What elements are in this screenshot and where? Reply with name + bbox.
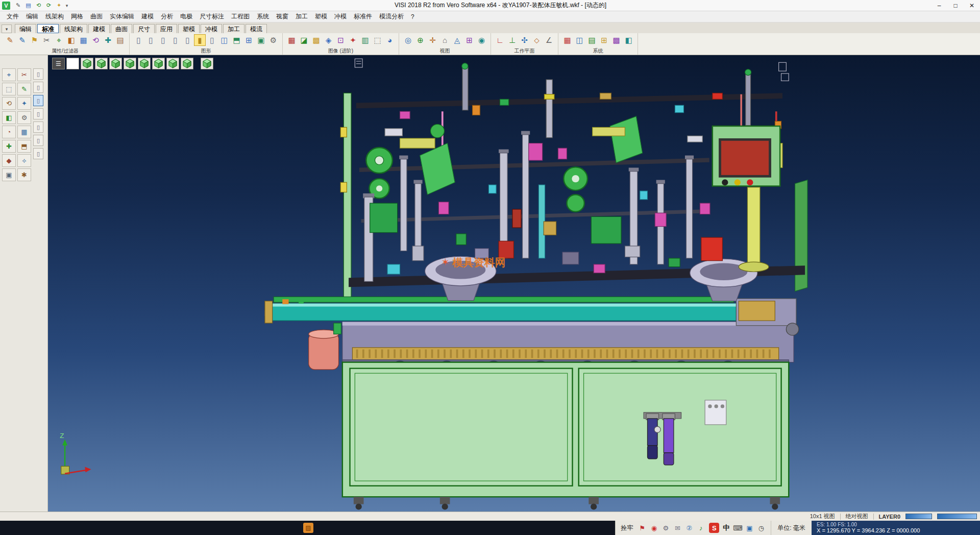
taskbar-app-icon[interactable]: ▨ (303, 523, 313, 533)
toolbar-button[interactable]: ⊞ (463, 34, 475, 46)
toolbar-button[interactable]: ▯ (133, 34, 144, 46)
toolbar-button[interactable]: ∠ (543, 34, 555, 46)
menu-item[interactable]: 编辑 (22, 11, 42, 22)
sidebar-tool-button[interactable]: ✎ (17, 83, 31, 95)
sidebar-tool-button[interactable]: ✦ (17, 97, 31, 110)
sidebar-tool-button[interactable]: ▦ (17, 126, 31, 138)
toolbar-button[interactable]: ⬒ (231, 34, 242, 46)
toolbar-button[interactable]: ⬚ (372, 34, 383, 46)
tray-icon[interactable]: ◉ (649, 523, 658, 532)
tray-icon[interactable]: ▣ (745, 523, 754, 532)
tray-icon[interactable]: ⚑ (638, 523, 647, 532)
view-cube-custom[interactable] (201, 58, 213, 69)
layer-color-swatch-2[interactable] (937, 514, 977, 519)
quick-access-icon[interactable]: ✦ (54, 1, 64, 10)
toolbar-button[interactable]: ◧ (623, 34, 634, 46)
menu-item[interactable]: 实体编辑 (106, 11, 138, 22)
layer-color-swatch[interactable] (905, 514, 932, 519)
toolbar-button[interactable]: ◪ (298, 34, 310, 46)
toolbar-button[interactable]: ▮ (194, 34, 206, 46)
menu-item[interactable]: 冲模 (331, 11, 350, 22)
sidebar-tool-button[interactable]: ▣ (2, 168, 16, 181)
toolbar-button[interactable]: ✎ (4, 34, 16, 46)
toolbar-button[interactable]: ⊥ (506, 34, 518, 46)
sidebar-tool-button[interactable]: ✂ (17, 68, 31, 81)
ribbon-tab[interactable]: 尺寸 (133, 24, 155, 33)
menu-item[interactable]: 工程图 (228, 11, 253, 22)
toolbar-button[interactable]: ⌂ (439, 34, 451, 46)
filter-strip-button[interactable]: ▯ (33, 148, 43, 159)
view-cube-left[interactable] (152, 58, 165, 69)
toolbar-button[interactable]: ▩ (610, 34, 622, 46)
toolbar-button[interactable]: ✂ (41, 34, 53, 46)
toolbar-button[interactable]: ⚙ (267, 34, 279, 46)
tray-icon[interactable]: ⌨ (733, 523, 742, 532)
filter-strip-button[interactable]: ▯ (33, 68, 43, 80)
menu-item[interactable]: 电极 (177, 11, 196, 22)
ribbon-tab[interactable]: 编辑 (15, 24, 36, 33)
toolbar-button[interactable]: ▯ (206, 34, 218, 46)
tray-icon[interactable]: ② (684, 523, 694, 532)
view-cube-dimetric[interactable] (181, 58, 193, 69)
sidebar-tool-button[interactable]: ⟲ (2, 97, 16, 110)
sidebar-tool-button[interactable]: ✱ (17, 168, 31, 181)
toolbar-button[interactable]: ▦ (78, 34, 89, 46)
toolbar-button[interactable]: ◎ (402, 34, 414, 46)
menu-item[interactable]: 线架构 (42, 11, 67, 22)
view-cube-iso[interactable] (81, 58, 93, 69)
ime-language-icon[interactable]: 中 (723, 523, 729, 532)
toolbar-button[interactable]: ◈ (323, 34, 334, 46)
ribbon-tab[interactable]: 冲模 (201, 24, 222, 33)
toolbar-button[interactable]: ◫ (218, 34, 230, 46)
filter-strip-button[interactable]: ▯ (33, 121, 43, 133)
quick-access-icon[interactable]: ⟳ (44, 1, 54, 10)
taskbar[interactable]: ▨ (0, 521, 615, 535)
sidebar-tool-button[interactable]: ⌖ (2, 68, 16, 81)
menu-item[interactable]: 标准件 (350, 11, 376, 22)
menu-item[interactable]: 视窗 (273, 11, 292, 22)
toolbar-button[interactable]: ◫ (574, 34, 585, 46)
ribbon-tab[interactable]: 模流 (246, 24, 267, 33)
ribbon-tab[interactable]: 建模 (88, 24, 110, 33)
view-cube-front[interactable] (95, 58, 108, 69)
filter-strip-button[interactable]: ▯ (33, 82, 43, 93)
sidebar-tool-button[interactable]: ⚙ (17, 111, 31, 124)
view-menu-icon[interactable]: ☰ (52, 58, 65, 69)
view-cube-back[interactable] (109, 58, 122, 69)
sidebar-tool-button[interactable]: ◧ (2, 111, 16, 124)
view-cube-right[interactable] (166, 58, 179, 69)
toolbar-button[interactable]: ⟲ (90, 34, 102, 46)
sidebar-tool-button[interactable]: ⬒ (17, 140, 31, 153)
sidebar-tool-button[interactable]: ◔ (2, 126, 16, 138)
menu-item[interactable]: 建模 (138, 11, 157, 22)
ribbon-tab[interactable]: 加工 (223, 24, 244, 33)
ribbon-tab[interactable]: 曲面 (111, 24, 132, 33)
active-layer-label[interactable]: LAYER0 (879, 514, 900, 520)
toolbar-button[interactable]: ✣ (519, 34, 530, 46)
toolbar-button[interactable]: ▤ (586, 34, 598, 46)
view-cube-top[interactable] (124, 58, 136, 69)
toolbar-button[interactable]: ⚑ (29, 34, 40, 46)
quick-access-icon[interactable]: ✎ (13, 1, 23, 10)
toolbar-button[interactable]: ⊞ (598, 34, 610, 46)
tray-icon[interactable]: ⚙ (661, 523, 670, 532)
quick-access-icon[interactable]: ⟲ (34, 1, 43, 10)
filter-strip-button[interactable]: ▯ (33, 95, 43, 106)
toolbar-button[interactable]: ▦ (561, 34, 573, 46)
quick-access-icon[interactable]: ▤ (23, 1, 33, 10)
toolbar-button[interactable]: ✛ (427, 34, 438, 46)
toolbar-button[interactable]: ∟ (494, 34, 506, 46)
menu-item[interactable]: 塑模 (311, 11, 331, 22)
sidebar-tool-button[interactable]: ✚ (2, 140, 16, 153)
toolbar-button[interactable]: ▯ (145, 34, 157, 46)
toolbar-button[interactable]: ⊞ (243, 34, 255, 46)
ribbon-tab[interactable]: 标准 (37, 24, 59, 33)
toolbar-button[interactable]: ⬦ (531, 34, 543, 46)
quick-access-caret-icon[interactable]: ▾ (64, 3, 70, 8)
menu-item[interactable]: 模流分析 (376, 11, 407, 22)
tray-icon[interactable]: ♪ (696, 523, 705, 532)
toolbar-button[interactable]: ✎ (16, 34, 28, 46)
ribbon-tab[interactable]: 塑模 (178, 24, 200, 33)
toolbar-button[interactable]: ✦ (347, 34, 359, 46)
tab-dropdown-icon[interactable]: ▾ (2, 25, 12, 33)
